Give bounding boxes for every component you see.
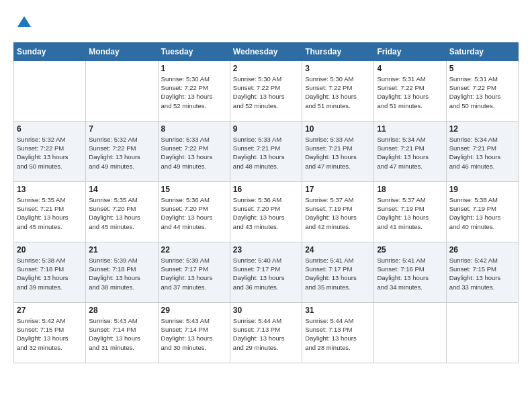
calendar-cell: 31Sunrise: 5:44 AM Sunset: 7:13 PM Dayli…: [302, 302, 374, 363]
day-info: Sunrise: 5:31 AM Sunset: 7:22 PM Dayligh…: [377, 75, 443, 110]
calendar-cell: [14, 60, 86, 121]
calendar-cell: 18Sunrise: 5:37 AM Sunset: 7:19 PM Dayli…: [374, 181, 446, 242]
calendar-cell: 26Sunrise: 5:42 AM Sunset: 7:15 PM Dayli…: [446, 242, 518, 302]
day-number: 5: [449, 64, 515, 73]
calendar-cell: 2Sunrise: 5:30 AM Sunset: 7:22 PM Daylig…: [230, 60, 302, 121]
calendar-cell: 25Sunrise: 5:41 AM Sunset: 7:16 PM Dayli…: [374, 242, 446, 302]
day-number: 18: [377, 185, 443, 194]
day-number: 24: [305, 245, 371, 255]
day-number: 14: [89, 185, 154, 194]
day-number: 21: [89, 245, 154, 255]
day-info: Sunrise: 5:34 AM Sunset: 7:21 PM Dayligh…: [377, 135, 443, 171]
calendar-cell: 9Sunrise: 5:33 AM Sunset: 7:21 PM Daylig…: [230, 121, 302, 181]
day-info: Sunrise: 5:41 AM Sunset: 7:17 PM Dayligh…: [305, 256, 371, 291]
day-info: Sunrise: 5:30 AM Sunset: 7:22 PM Dayligh…: [233, 75, 299, 110]
day-info: Sunrise: 5:33 AM Sunset: 7:21 PM Dayligh…: [233, 135, 299, 171]
page-header: [13, 13, 519, 36]
day-number: 19: [449, 185, 515, 194]
day-info: Sunrise: 5:36 AM Sunset: 7:20 PM Dayligh…: [161, 195, 227, 231]
day-info: Sunrise: 5:35 AM Sunset: 7:20 PM Dayligh…: [89, 195, 154, 231]
calendar-week-row: 1Sunrise: 5:30 AM Sunset: 7:22 PM Daylig…: [14, 60, 519, 121]
day-number: 25: [377, 245, 443, 255]
day-number: 22: [161, 245, 227, 255]
calendar-cell: 27Sunrise: 5:42 AM Sunset: 7:15 PM Dayli…: [14, 302, 86, 363]
calendar-cell: 11Sunrise: 5:34 AM Sunset: 7:21 PM Dayli…: [374, 121, 446, 181]
day-number: 31: [305, 306, 371, 315]
logo-icon: [15, 13, 34, 32]
day-info: Sunrise: 5:40 AM Sunset: 7:17 PM Dayligh…: [233, 256, 299, 291]
day-info: Sunrise: 5:33 AM Sunset: 7:21 PM Dayligh…: [305, 135, 371, 171]
calendar-cell: 8Sunrise: 5:33 AM Sunset: 7:22 PM Daylig…: [158, 121, 230, 181]
calendar-cell: 19Sunrise: 5:38 AM Sunset: 7:19 PM Dayli…: [446, 181, 518, 242]
day-info: Sunrise: 5:31 AM Sunset: 7:22 PM Dayligh…: [449, 75, 515, 110]
weekday-header-wednesday: Wednesday: [230, 42, 302, 60]
day-number: 13: [17, 185, 83, 194]
day-number: 7: [89, 124, 154, 134]
day-number: 4: [377, 64, 443, 73]
day-info: Sunrise: 5:38 AM Sunset: 7:19 PM Dayligh…: [449, 195, 515, 231]
day-info: Sunrise: 5:35 AM Sunset: 7:21 PM Dayligh…: [17, 195, 83, 231]
day-number: 26: [449, 245, 515, 255]
calendar-cell: 30Sunrise: 5:44 AM Sunset: 7:13 PM Dayli…: [230, 302, 302, 363]
day-number: 16: [233, 185, 299, 194]
calendar-cell: 7Sunrise: 5:32 AM Sunset: 7:22 PM Daylig…: [86, 121, 158, 181]
day-info: Sunrise: 5:42 AM Sunset: 7:15 PM Dayligh…: [449, 256, 515, 291]
day-number: 30: [233, 306, 299, 315]
calendar-cell: 16Sunrise: 5:36 AM Sunset: 7:20 PM Dayli…: [230, 181, 302, 242]
day-info: Sunrise: 5:44 AM Sunset: 7:13 PM Dayligh…: [233, 316, 299, 352]
calendar-cell: [86, 60, 158, 121]
day-info: Sunrise: 5:42 AM Sunset: 7:15 PM Dayligh…: [17, 316, 83, 352]
calendar-cell: 28Sunrise: 5:43 AM Sunset: 7:14 PM Dayli…: [86, 302, 158, 363]
calendar-week-row: 6Sunrise: 5:32 AM Sunset: 7:22 PM Daylig…: [14, 121, 519, 181]
day-number: 23: [233, 245, 299, 255]
day-info: Sunrise: 5:32 AM Sunset: 7:22 PM Dayligh…: [17, 135, 83, 171]
calendar-cell: 22Sunrise: 5:39 AM Sunset: 7:17 PM Dayli…: [158, 242, 230, 302]
calendar-cell: 14Sunrise: 5:35 AM Sunset: 7:20 PM Dayli…: [86, 181, 158, 242]
day-info: Sunrise: 5:32 AM Sunset: 7:22 PM Dayligh…: [89, 135, 154, 171]
weekday-header-monday: Monday: [86, 42, 158, 60]
day-info: Sunrise: 5:41 AM Sunset: 7:16 PM Dayligh…: [377, 256, 443, 291]
calendar-table: SundayMondayTuesdayWednesdayThursdayFrid…: [13, 42, 519, 363]
day-number: 6: [17, 124, 83, 134]
calendar-cell: 29Sunrise: 5:43 AM Sunset: 7:14 PM Dayli…: [158, 302, 230, 363]
day-number: 29: [161, 306, 227, 315]
day-number: 17: [305, 185, 371, 194]
day-number: 8: [161, 124, 227, 134]
day-info: Sunrise: 5:39 AM Sunset: 7:17 PM Dayligh…: [161, 256, 227, 291]
calendar-week-row: 27Sunrise: 5:42 AM Sunset: 7:15 PM Dayli…: [14, 302, 519, 363]
calendar-cell: [374, 302, 446, 363]
calendar-cell: 21Sunrise: 5:39 AM Sunset: 7:18 PM Dayli…: [86, 242, 158, 302]
day-info: Sunrise: 5:30 AM Sunset: 7:22 PM Dayligh…: [305, 75, 371, 110]
calendar-cell: 15Sunrise: 5:36 AM Sunset: 7:20 PM Dayli…: [158, 181, 230, 242]
weekday-header-sunday: Sunday: [14, 42, 86, 60]
calendar-week-row: 13Sunrise: 5:35 AM Sunset: 7:21 PM Dayli…: [14, 181, 519, 242]
day-info: Sunrise: 5:33 AM Sunset: 7:22 PM Dayligh…: [161, 135, 227, 171]
day-info: Sunrise: 5:36 AM Sunset: 7:20 PM Dayligh…: [233, 195, 299, 231]
day-number: 20: [17, 245, 83, 255]
calendar-cell: 20Sunrise: 5:38 AM Sunset: 7:18 PM Dayli…: [14, 242, 86, 302]
calendar-cell: 10Sunrise: 5:33 AM Sunset: 7:21 PM Dayli…: [302, 121, 374, 181]
day-number: 1: [161, 64, 227, 73]
calendar-cell: 13Sunrise: 5:35 AM Sunset: 7:21 PM Dayli…: [14, 181, 86, 242]
day-number: 11: [377, 124, 443, 134]
calendar-cell: 4Sunrise: 5:31 AM Sunset: 7:22 PM Daylig…: [374, 60, 446, 121]
weekday-header-saturday: Saturday: [446, 42, 518, 60]
calendar-week-row: 20Sunrise: 5:38 AM Sunset: 7:18 PM Dayli…: [14, 242, 519, 302]
calendar-cell: 24Sunrise: 5:41 AM Sunset: 7:17 PM Dayli…: [302, 242, 374, 302]
day-info: Sunrise: 5:43 AM Sunset: 7:14 PM Dayligh…: [89, 316, 154, 352]
day-number: 12: [449, 124, 515, 134]
weekday-header-thursday: Thursday: [302, 42, 374, 60]
day-number: 2: [233, 64, 299, 73]
calendar-cell: 12Sunrise: 5:34 AM Sunset: 7:21 PM Dayli…: [446, 121, 518, 181]
day-info: Sunrise: 5:43 AM Sunset: 7:14 PM Dayligh…: [161, 316, 227, 352]
calendar-cell: 17Sunrise: 5:37 AM Sunset: 7:19 PM Dayli…: [302, 181, 374, 242]
day-number: 27: [17, 306, 83, 315]
day-info: Sunrise: 5:37 AM Sunset: 7:19 PM Dayligh…: [305, 195, 371, 231]
logo: [13, 13, 34, 36]
weekday-header-tuesday: Tuesday: [158, 42, 230, 60]
day-info: Sunrise: 5:37 AM Sunset: 7:19 PM Dayligh…: [377, 195, 443, 231]
day-info: Sunrise: 5:34 AM Sunset: 7:21 PM Dayligh…: [449, 135, 515, 171]
day-number: 3: [305, 64, 371, 73]
calendar-cell: 3Sunrise: 5:30 AM Sunset: 7:22 PM Daylig…: [302, 60, 374, 121]
day-number: 10: [305, 124, 371, 134]
